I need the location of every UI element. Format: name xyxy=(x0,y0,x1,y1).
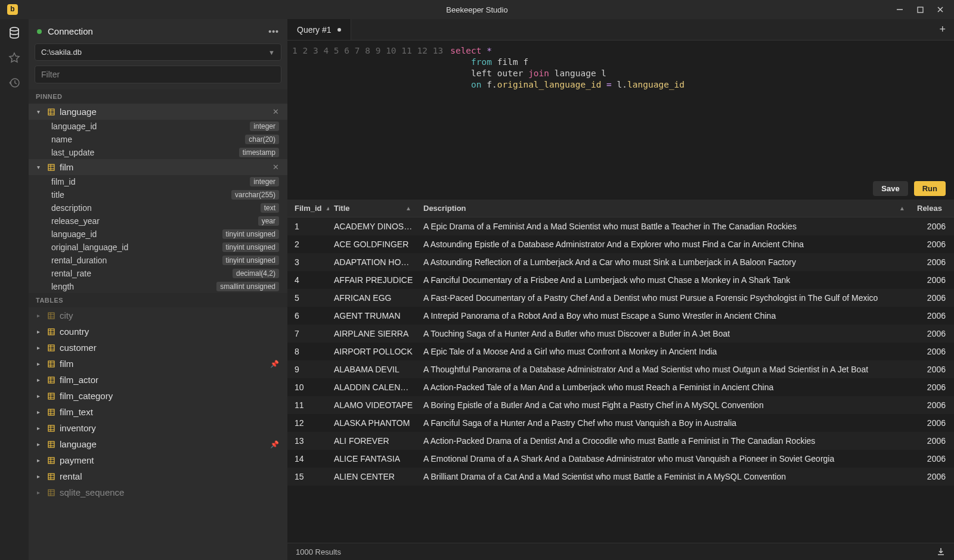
column-type-badge: tinyint unsigned xyxy=(222,229,279,239)
table-row[interactable]: 12 ALASKA PHANTOM A Fanciful Saga of a H… xyxy=(287,414,954,432)
column-header-release-year[interactable]: Releas xyxy=(912,200,954,217)
database-icon[interactable] xyxy=(8,26,21,39)
column-header-title[interactable]: Title ▲ xyxy=(329,200,419,217)
editor-code[interactable]: select * from film f left outer join lan… xyxy=(450,45,684,173)
pin-icon[interactable]: 📌 xyxy=(270,440,279,449)
table-item[interactable]: ▸ city xyxy=(29,307,287,323)
svg-rect-10 xyxy=(48,393,54,399)
table-item[interactable]: ▸ film📌 xyxy=(29,356,287,372)
column-row[interactable]: language_id tinyint unsigned xyxy=(29,228,287,241)
download-icon[interactable] xyxy=(936,547,946,556)
table-item[interactable]: ▸ film_category xyxy=(29,388,287,404)
unpin-icon[interactable]: ✕ xyxy=(272,107,279,116)
table-row[interactable]: 7 AIRPLANE SIERRA A Touching Saga of a H… xyxy=(287,325,954,343)
app-logo-icon xyxy=(7,4,18,15)
cell-title: ALADDIN CALENDAR xyxy=(329,378,419,396)
run-button[interactable]: Run xyxy=(914,181,946,196)
table-item[interactable]: ▸ film_actor xyxy=(29,372,287,388)
table-row[interactable]: 13 ALI FOREVER A Action-Packed Drama of … xyxy=(287,432,954,450)
cell-description: A Thoughtful Panorama of a Database Admi… xyxy=(419,360,912,378)
cell-id: 6 xyxy=(287,307,329,325)
column-header-film-id[interactable]: Film_id ▲ xyxy=(287,200,329,217)
table-item[interactable]: ▸ film_text xyxy=(29,404,287,420)
results-footer: 1000 Results xyxy=(287,543,954,560)
column-header-description[interactable]: Description ▲ xyxy=(419,200,912,217)
table-row[interactable]: 5 AFRICAN EGG A Fast-Paced Documentary o… xyxy=(287,289,954,307)
table-item[interactable]: ▸ language📌 xyxy=(29,436,287,452)
pinned-table-item[interactable]: ▾ language ✕ xyxy=(29,104,287,120)
table-name: film_actor xyxy=(60,375,98,385)
filter-input[interactable]: Filter xyxy=(35,66,281,83)
table-item[interactable]: ▸ payment xyxy=(29,452,287,468)
chevron-right-icon: ▸ xyxy=(37,489,45,496)
column-row[interactable]: release_year year xyxy=(29,214,287,228)
pinned-table-item[interactable]: ▾ film ✕ xyxy=(29,159,287,175)
cell-id: 8 xyxy=(287,343,329,360)
table-icon xyxy=(48,409,55,416)
column-row[interactable]: rental_rate decimal(4,2) xyxy=(29,267,287,280)
table-row[interactable]: 4 AFFAIR PREJUDICE A Fanciful Documentar… xyxy=(287,271,954,289)
column-row[interactable]: film_id integer xyxy=(29,175,287,188)
table-row[interactable]: 10 ALADDIN CALENDAR A Action-Packed Tale… xyxy=(287,378,954,396)
star-icon[interactable] xyxy=(8,51,21,64)
table-name: film xyxy=(60,359,73,369)
column-row[interactable]: last_update timestamp xyxy=(29,146,287,159)
table-row[interactable]: 8 AIRPORT POLLOCK A Epic Tale of a Moose… xyxy=(287,343,954,360)
table-row[interactable]: 1 ACADEMY DINOSAUR A Epic Drama of a Fem… xyxy=(287,217,954,235)
column-name: name xyxy=(51,135,245,144)
tab-bar: Query #1 + xyxy=(287,19,954,41)
column-row[interactable]: rental_duration tinyint unsigned xyxy=(29,254,287,267)
database-path: C:\sakila.db xyxy=(41,48,82,57)
table-icon xyxy=(48,473,55,480)
cell-year: 2006 xyxy=(912,360,954,378)
close-icon[interactable] xyxy=(936,5,944,14)
table-row[interactable]: 6 AGENT TRUMAN A Intrepid Panorama of a … xyxy=(287,307,954,325)
column-row[interactable]: original_language_id tinyint unsigned xyxy=(29,241,287,254)
table-row[interactable]: 3 ADAPTATION HOLES A Astounding Reflecti… xyxy=(287,253,954,271)
column-row[interactable]: length smallint unsigned xyxy=(29,280,287,293)
table-name: film xyxy=(60,162,73,172)
maximize-icon[interactable] xyxy=(916,5,924,14)
cell-description: A Fast-Paced Documentary of a Pastry Che… xyxy=(419,289,912,307)
database-select[interactable]: C:\sakila.db ▼ xyxy=(35,43,281,61)
svg-rect-6 xyxy=(48,329,54,335)
table-row[interactable]: 2 ACE GOLDFINGER A Astounding Epistle of… xyxy=(287,235,954,253)
cell-id: 14 xyxy=(287,450,329,468)
column-row[interactable]: description text xyxy=(29,201,287,214)
table-row[interactable]: 11 ALAMO VIDEOTAPE A Boring Epistle of a… xyxy=(287,396,954,414)
svg-rect-0 xyxy=(918,7,923,13)
minimize-icon[interactable] xyxy=(896,5,904,14)
table-item[interactable]: ▸ sqlite_sequence xyxy=(29,484,287,500)
pin-icon[interactable]: 📌 xyxy=(270,360,279,368)
column-name: rental_duration xyxy=(51,256,222,265)
column-row[interactable]: title varchar(255) xyxy=(29,188,287,201)
table-icon xyxy=(48,164,55,171)
cell-description: A Fanciful Saga of a Hunter And a Pastry… xyxy=(419,414,912,432)
cell-description: A Astounding Reflection of a Lumberjack … xyxy=(419,253,912,271)
results-body[interactable]: 1 ACADEMY DINOSAUR A Epic Drama of a Fem… xyxy=(287,217,954,543)
table-name: inventory xyxy=(60,423,96,433)
table-item[interactable]: ▸ country xyxy=(29,323,287,340)
sql-editor[interactable]: 1 2 3 4 5 6 7 8 9 10 11 12 13 select * f… xyxy=(287,41,954,178)
chevron-right-icon: ▸ xyxy=(37,360,45,367)
column-row[interactable]: name char(20) xyxy=(29,133,287,146)
unpin-icon[interactable]: ✕ xyxy=(272,163,279,172)
svg-rect-15 xyxy=(48,474,54,480)
table-item[interactable]: ▸ inventory xyxy=(29,420,287,436)
connection-label: Connection xyxy=(48,26,268,36)
table-row[interactable]: 9 ALABAMA DEVIL A Thoughtful Panorama of… xyxy=(287,360,954,378)
column-row[interactable]: language_id integer xyxy=(29,120,287,133)
save-button[interactable]: Save xyxy=(873,181,907,196)
more-icon[interactable]: ••• xyxy=(268,27,279,36)
table-row[interactable]: 15 ALIEN CENTER A Brilliant Drama of a C… xyxy=(287,468,954,486)
table-row[interactable]: 14 ALICE FANTASIA A Emotional Drama of a… xyxy=(287,450,954,468)
cell-year: 2006 xyxy=(912,432,954,450)
cell-year: 2006 xyxy=(912,325,954,343)
column-name: language_id xyxy=(51,122,250,131)
table-item[interactable]: ▸ customer xyxy=(29,340,287,356)
tab-query-1[interactable]: Query #1 xyxy=(287,19,351,40)
history-icon[interactable] xyxy=(8,76,21,89)
new-tab-button[interactable]: + xyxy=(931,23,954,36)
column-name: language_id xyxy=(51,229,222,239)
table-item[interactable]: ▸ rental xyxy=(29,468,287,484)
